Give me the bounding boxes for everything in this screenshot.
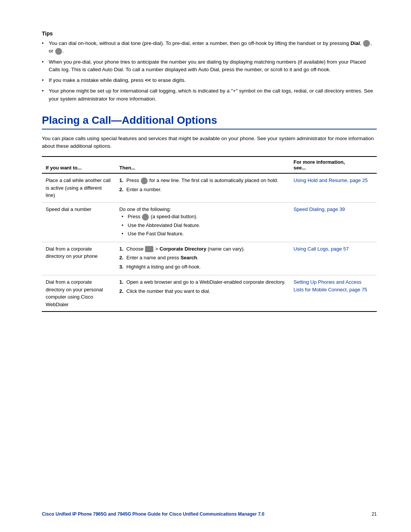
section-title: Placing a Call—Additional Options [42,114,377,129]
step-item: 2. Click the number that you want to dia… [119,288,286,295]
then-cell: Do one of the following: Press (a speed-… [116,202,290,242]
step-item: 3. Highlight a listing and go off-hook. [119,263,286,271]
step-item: 1. Choose > Corporate Directory (name ca… [119,245,286,253]
see-cell: Speed Dialing, page 39 [290,202,377,242]
then-cell: 1. Press for a new line. The first call … [116,173,290,202]
see-cell: Using Call Logs, page 57 [290,242,377,275]
bullet-list: Press (a speed-dial button). Use the Abb… [119,213,286,238]
speed-dial-icon [142,214,149,220]
line-button-icon [141,177,148,184]
step-list: 1. Open a web browser and go to a WebDia… [119,278,286,295]
see-cell: Setting Up Phones and Access Lists for M… [290,275,377,312]
see-link[interactable]: Using Hold and Resume, page 25 [293,177,368,183]
footer-title: Cisco Unified IP Phone 7965G and 7945G P… [42,511,264,517]
list-item: When you pre-dial, your phone tries to a… [42,58,377,74]
menu-icon [145,246,153,252]
then-cell: 1. Choose > Corporate Directory (name ca… [116,242,290,275]
col-header-then: Then... [116,157,290,173]
list-item: Your phone might be set up for internati… [42,87,377,103]
dial-icon [363,40,370,47]
options-table: If you want to... Then... For more infor… [42,156,377,312]
dial-icon-2 [55,48,62,55]
then-cell: 1. Open a web browser and go to a WebDia… [116,275,290,312]
list-item: You can dial on-hook, without a dial ton… [42,40,377,55]
col-header-want: If you want to... [42,157,116,173]
list-item: Press (a speed-dial button). [122,213,286,220]
section-intro: You can place calls using special featur… [42,135,377,150]
tips-title: Tips [42,30,377,37]
see-link[interactable]: Setting Up Phones and Access Lists for M… [293,279,367,292]
step-item: 1. Press for a new line. The first call … [119,177,286,184]
step-list: 1. Press for a new line. The first call … [119,177,286,193]
see-cell: Using Hold and Resume, page 25 [290,173,377,202]
table-row: Dial from a corporate directory on your … [42,242,377,275]
step-item: 2. Enter a name and press Search. [119,254,286,262]
table-header-row: If you want to... Then... For more infor… [42,157,377,173]
see-link[interactable]: Using Call Logs, page 57 [293,246,349,252]
tips-section: Tips You can dial on-hook, without a dia… [42,30,377,103]
table-row: Dial from a corporate directory on your … [42,275,377,312]
want-cell: Speed dial a number [42,202,116,242]
see-link[interactable]: Speed Dialing, page 39 [293,206,345,212]
step-item: 1. Open a web browser and go to a WebDia… [119,278,286,286]
step-item: 2. Enter a number. [119,186,286,193]
list-item: If you make a mistake while dialing, pre… [42,77,377,84]
list-item: Use the Abbreviated Dial feature. [122,222,286,229]
page-footer: Cisco Unified IP Phone 7965G and 7945G P… [0,511,411,517]
table-row: Place a call while another call is activ… [42,173,377,202]
table-row: Speed dial a number Do one of the follow… [42,202,377,242]
col-header-see: For more information,see... [290,157,377,173]
want-cell: Dial from a corporate directory on your … [42,242,116,275]
step-list: 1. Choose > Corporate Directory (name ca… [119,245,286,271]
page-content: Tips You can dial on-hook, without a dia… [0,0,411,342]
tips-list: You can dial on-hook, without a dial ton… [42,40,377,103]
list-item: Use the Fast Dial feature. [122,230,286,238]
want-cell: Place a call while another call is activ… [42,173,116,202]
footer-page-number: 21 [372,511,377,517]
want-cell: Dial from a corporate directory on your … [42,275,116,312]
